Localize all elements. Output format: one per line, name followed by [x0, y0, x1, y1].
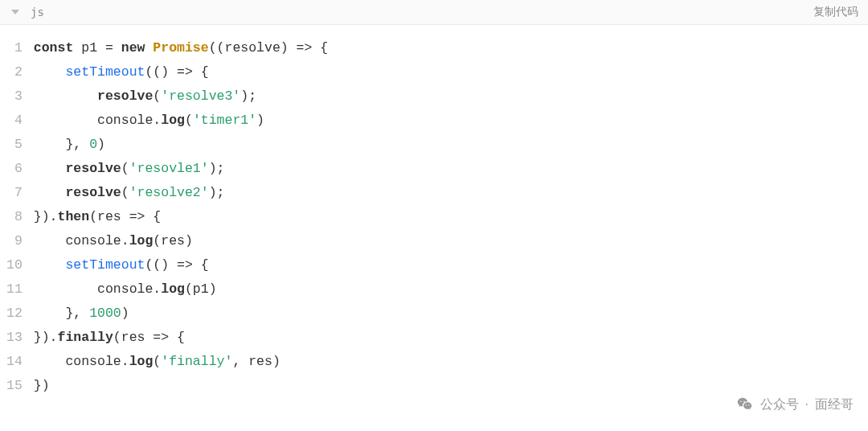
code-token [34, 257, 66, 273]
code-token: Promise [153, 40, 208, 55]
code-token: 'resolve2' [129, 185, 209, 200]
code-token [34, 161, 66, 176]
line-number: 3 [6, 84, 23, 109]
code-line: setTimeout(() => { [34, 253, 328, 277]
watermark-separator: · [805, 397, 809, 412]
code-token: log [161, 113, 185, 128]
code-token: }, [34, 137, 89, 152]
line-number: 13 [6, 326, 23, 350]
code-token: 'timer1' [193, 113, 256, 128]
code-token: console. [34, 281, 161, 297]
code-line: setTimeout(() => { [34, 60, 328, 84]
watermark: 公众号 · 面经哥 [736, 396, 854, 413]
code-token: ) [256, 113, 264, 128]
line-number: 4 [6, 109, 23, 133]
line-number: 14 [6, 350, 23, 374]
code-token: log [129, 354, 154, 369]
header-left: js [11, 6, 44, 18]
code-token: setTimeout [65, 257, 145, 273]
code-token: }). [34, 209, 58, 224]
code-token: finally [58, 330, 113, 345]
code-area: 123456789101112131415 const p1 = new Pro… [0, 25, 868, 398]
code-line: const p1 = new Promise((resolve) => { [34, 36, 328, 60]
code-line: console.log('finally', res) [34, 350, 328, 374]
copy-code-button[interactable]: 复制代码 [813, 5, 858, 19]
line-number: 8 [6, 205, 23, 229]
code-token: ) [121, 306, 129, 321]
code-token: 'resovle1' [129, 161, 209, 176]
code-token: ((resolve) => { [209, 40, 329, 55]
code-line: console.log(p1) [34, 277, 328, 302]
code-token: then [58, 209, 90, 224]
code-token: console. [34, 233, 129, 248]
code-token: (() => { [145, 64, 208, 80]
code-token: p1 = [81, 40, 121, 55]
line-number: 15 [6, 374, 23, 398]
code-token: resolve [65, 161, 121, 176]
code-token: 1000 [89, 306, 121, 321]
code-token: (res => { [89, 209, 161, 224]
code-token: console. [34, 113, 161, 128]
line-number: 9 [6, 229, 23, 253]
code-token: (() => { [145, 257, 208, 273]
code-line: }).then(res => { [34, 205, 328, 229]
code-token: setTimeout [65, 64, 145, 80]
code-line: resolve('resovle1'); [34, 157, 328, 181]
code-token: resolve [65, 185, 121, 200]
code-token: ( [121, 161, 129, 176]
code-token: new [121, 40, 154, 55]
code-token: , res) [232, 354, 280, 369]
line-number: 1 [6, 36, 23, 60]
code-token [34, 64, 66, 80]
line-number: 5 [6, 133, 23, 157]
code-token: ( [153, 354, 161, 369]
code-token: ); [209, 185, 225, 200]
code-token: 'resolve3' [161, 88, 240, 104]
code-line: console.log('timer1') [34, 109, 328, 133]
code-line: }) [34, 374, 328, 398]
code-token: 'finally' [161, 354, 232, 369]
code-token: (p1) [185, 281, 217, 297]
code-token: log [129, 233, 154, 248]
line-number: 10 [6, 253, 23, 277]
line-number: 7 [6, 181, 23, 205]
code-token: log [161, 281, 185, 297]
language-label: js [31, 6, 44, 18]
line-number: 6 [6, 157, 23, 181]
watermark-text-2: 面经哥 [815, 396, 854, 413]
code-token: console. [34, 354, 129, 369]
code-token: ( [121, 185, 129, 200]
watermark-text-1: 公众号 [760, 396, 799, 413]
code-token: (res => { [113, 330, 185, 345]
code-line: console.log(res) [34, 229, 328, 253]
code-line: }, 1000) [34, 302, 328, 326]
code-line: }).finally(res => { [34, 326, 328, 350]
wechat-icon [736, 396, 754, 413]
code-token [34, 88, 97, 104]
code-token: ); [240, 88, 256, 104]
code-token: }) [34, 378, 50, 393]
caret-down-icon[interactable] [11, 10, 19, 14]
code-token: 0 [89, 137, 97, 152]
code-token: ); [209, 161, 225, 176]
code-line: resolve('resolve3'); [34, 84, 328, 109]
line-number: 11 [6, 277, 23, 302]
code-token: ( [153, 88, 161, 104]
code-token: (res) [153, 233, 193, 248]
code-token: resolve [97, 88, 153, 104]
code-line: resolve('resolve2'); [34, 181, 328, 205]
code-token: }). [34, 330, 58, 345]
line-number-gutter: 123456789101112131415 [0, 36, 34, 398]
code-content: const p1 = new Promise((resolve) => { se… [34, 36, 328, 398]
code-token: ) [97, 137, 105, 152]
code-token: ( [185, 113, 193, 128]
code-block-header: js 复制代码 [0, 0, 868, 25]
code-token [34, 185, 66, 200]
code-token: const [34, 40, 81, 55]
code-line: }, 0) [34, 133, 328, 157]
line-number: 2 [6, 60, 23, 84]
line-number: 12 [6, 302, 23, 326]
code-token: }, [34, 306, 89, 321]
